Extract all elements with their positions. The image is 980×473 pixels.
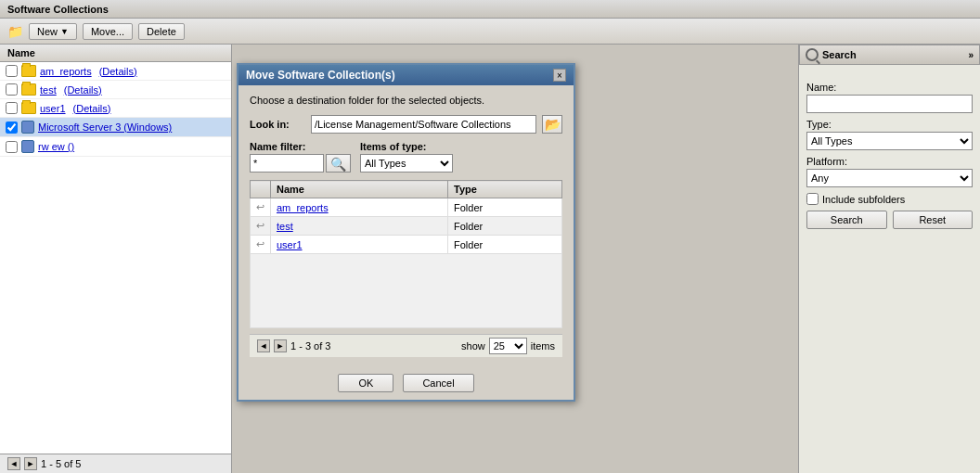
item-detail-link[interactable]: (Details) <box>73 103 111 114</box>
name-filter-search-button[interactable]: 🔍 <box>326 154 351 173</box>
name-field-label: Name: <box>806 82 973 93</box>
search-panel-title: Search <box>822 49 857 60</box>
browse-button[interactable]: 📂 <box>542 115 562 134</box>
col-header-name: Name <box>0 45 231 62</box>
next-page-button[interactable]: ► <box>24 457 37 470</box>
search-panel-icon <box>806 48 819 61</box>
collapse-icon[interactable]: » <box>968 50 974 60</box>
show-count-select[interactable]: 25 50 100 <box>489 338 527 354</box>
modal-table: Name Type ↩ am_reports Folder ↩ test <box>250 180 562 328</box>
row-icon: ↩ <box>251 198 271 217</box>
row-icon: ↩ <box>251 236 271 254</box>
table-row[interactable]: ↩ test Folder <box>251 217 562 236</box>
search-platform-select[interactable]: Any <box>806 169 973 187</box>
search-name-input[interactable] <box>806 95 973 113</box>
modal-pagination: 1 - 3 of 3 <box>290 340 330 352</box>
table-empty-row <box>251 254 562 328</box>
look-in-row: Look in: 📂 <box>250 115 562 134</box>
app-title-bar: Software Collections <box>0 0 980 19</box>
search-button-label: Search <box>831 214 863 225</box>
folder-icon <box>21 65 36 77</box>
item-name-link[interactable]: rw ew () <box>38 141 74 152</box>
list-item-checkbox[interactable] <box>6 141 18 153</box>
item-name-link[interactable]: Microsoft Server 3 (Windows) <box>38 121 172 133</box>
delete-button[interactable]: Delete <box>138 23 185 40</box>
row-name-link[interactable]: user1 <box>277 239 303 250</box>
list-item-checkbox[interactable] <box>6 121 18 134</box>
list-item: rw ew () <box>0 137 231 157</box>
row-name-link[interactable]: test <box>277 221 293 232</box>
type-field-group: Type: All Types <box>806 119 973 150</box>
modal-dialog: Move Software Collection(s) × Choose a d… <box>237 63 575 402</box>
col-header-type: Type <box>448 181 562 198</box>
show-label: show <box>461 340 485 352</box>
browse-icon: 📂 <box>545 117 561 132</box>
row-type: Folder <box>448 236 562 254</box>
delete-label: Delete <box>147 26 176 37</box>
look-in-input[interactable] <box>311 115 536 134</box>
col-header-name: Name <box>271 181 448 198</box>
search-button[interactable]: Search <box>806 211 887 229</box>
item-detail-link[interactable]: (Details) <box>64 84 102 96</box>
ok-button[interactable]: OK <box>338 374 393 392</box>
left-panel: Name am_reports (Details) test (Details) <box>0 45 232 473</box>
center-panel: Move Software Collection(s) × Choose a d… <box>232 45 798 473</box>
folder-icon <box>21 83 36 96</box>
row-name: user1 <box>271 236 448 254</box>
cancel-button[interactable]: Cancel <box>403 374 473 392</box>
pagination-text: 1 - 5 of 5 <box>41 458 81 469</box>
pagination-bar: ◄ ► 1 - 5 of 5 <box>0 454 231 473</box>
search-type-select[interactable]: All Types <box>806 132 973 150</box>
move-button[interactable]: Move... <box>83 23 133 40</box>
reset-button[interactable]: Reset <box>893 211 974 229</box>
item-name-link[interactable]: am_reports <box>40 66 92 77</box>
name-filter-group: Name filter: 🔍 <box>250 141 351 173</box>
table-row[interactable]: ↩ user1 Folder <box>251 236 562 254</box>
item-name-link[interactable]: user1 <box>40 103 66 114</box>
items-type-group: Items of type: All Types <box>360 141 453 173</box>
table-row[interactable]: ↩ am_reports Folder <box>251 198 562 217</box>
reset-button-label: Reset <box>919 214 946 225</box>
modal-next-button[interactable]: ► <box>274 339 287 352</box>
item-name-link[interactable]: test <box>40 84 57 96</box>
row-type: Folder <box>448 198 562 217</box>
platform-field-label: Platform: <box>806 156 973 167</box>
search-icon: 🔍 <box>330 157 346 172</box>
items-type-select[interactable]: All Types <box>360 154 453 173</box>
row-name: am_reports <box>271 198 448 217</box>
row-name-link[interactable]: am_reports <box>277 202 329 213</box>
cancel-label: Cancel <box>422 377 454 389</box>
platform-field-group: Platform: Any <box>806 156 973 187</box>
server-icon <box>21 121 34 134</box>
close-icon: × <box>557 70 562 81</box>
modal-prev-button[interactable]: ◄ <box>257 339 270 352</box>
filter-row: Name filter: 🔍 Items of type: All Types <box>250 141 562 173</box>
include-subfolders-checkbox[interactable] <box>806 193 819 205</box>
list-item-checkbox[interactable] <box>6 65 18 77</box>
show-items-group: show 25 50 100 items <box>461 338 555 354</box>
modal-close-button[interactable]: × <box>553 69 566 82</box>
search-panel-header: Search » <box>799 45 980 65</box>
item-detail-link[interactable]: (Details) <box>99 66 137 77</box>
list-item: test (Details) <box>0 81 231 99</box>
new-button[interactable]: New ▼ <box>29 23 77 40</box>
modal-body: Choose a destination folder for the sele… <box>239 85 574 366</box>
list-item: user1 (Details) <box>0 99 231 118</box>
search-panel: Search » Name: Type: All Types Platform:… <box>798 45 980 473</box>
new-dropdown-icon[interactable]: ▼ <box>60 27 69 36</box>
name-filter-input[interactable] <box>250 154 324 173</box>
list-items: am_reports (Details) test (Details) user… <box>0 62 231 454</box>
list-item-checkbox[interactable] <box>6 83 18 96</box>
name-field-group: Name: <box>806 82 973 113</box>
row-icon: ↩ <box>251 217 271 236</box>
prev-page-button[interactable]: ◄ <box>7 457 20 470</box>
type-field-label: Type: <box>806 119 973 130</box>
list-item-checkbox[interactable] <box>6 102 18 114</box>
ok-label: OK <box>358 377 373 389</box>
modal-description: Choose a destination folder for the sele… <box>250 95 562 106</box>
modal-footer-bar: ◄ ► 1 - 3 of 3 show 25 50 100 items <box>250 334 562 357</box>
include-subfolders-label: Include subfolders <box>822 194 905 205</box>
look-in-label: Look in: <box>250 119 305 130</box>
col-header-icon <box>251 181 271 198</box>
row-type: Folder <box>448 217 562 236</box>
